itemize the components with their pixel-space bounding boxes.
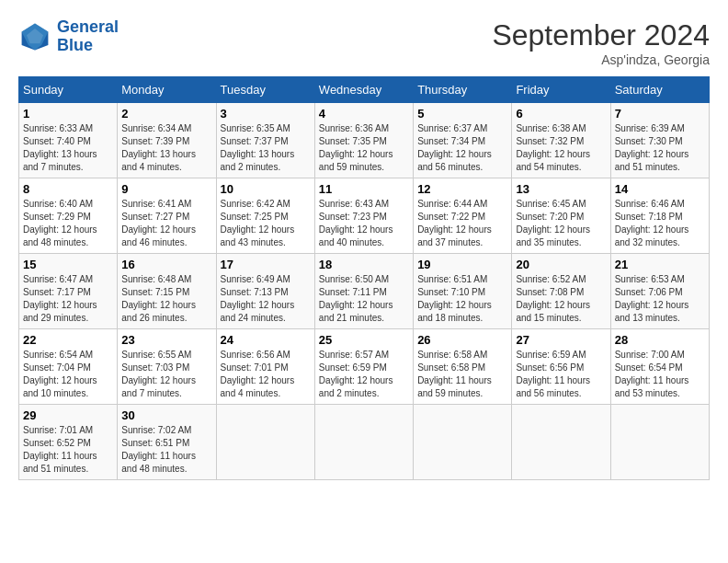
calendar-cell: 23Sunrise: 6:55 AM Sunset: 7:03 PM Dayli… — [118, 329, 216, 405]
day-info: Sunrise: 6:55 AM Sunset: 7:03 PM Dayligh… — [121, 349, 211, 400]
calendar-cell: 29Sunrise: 7:01 AM Sunset: 6:52 PM Dayli… — [19, 405, 118, 480]
month-title: September 2024 — [492, 18, 710, 52]
day-number: 23 — [121, 333, 211, 347]
day-number: 29 — [23, 408, 113, 422]
day-info: Sunrise: 6:45 AM Sunset: 7:20 PM Dayligh… — [516, 198, 606, 249]
calendar-cell: 26Sunrise: 6:58 AM Sunset: 6:58 PM Dayli… — [414, 329, 512, 405]
day-info: Sunrise: 6:36 AM Sunset: 7:35 PM Dayligh… — [319, 122, 409, 174]
header-day-saturday: Saturday — [610, 77, 709, 103]
day-number: 7 — [615, 107, 705, 121]
week-row-4: 22Sunrise: 6:54 AM Sunset: 7:04 PM Dayli… — [19, 329, 710, 405]
day-info: Sunrise: 6:47 AM Sunset: 7:17 PM Dayligh… — [23, 273, 113, 325]
calendar-cell: 9Sunrise: 6:41 AM Sunset: 7:27 PM Daylig… — [118, 178, 216, 254]
calendar-cell — [216, 405, 314, 480]
calendar-cell — [610, 405, 709, 480]
logo-icon — [18, 20, 51, 53]
calendar-cell: 12Sunrise: 6:44 AM Sunset: 7:22 PM Dayli… — [414, 178, 512, 254]
calendar-cell: 8Sunrise: 6:40 AM Sunset: 7:29 PM Daylig… — [19, 178, 118, 254]
day-number: 24 — [221, 333, 311, 347]
day-number: 25 — [319, 333, 409, 347]
calendar-cell: 17Sunrise: 6:49 AM Sunset: 7:13 PM Dayli… — [216, 254, 314, 329]
calendar-cell: 27Sunrise: 6:59 AM Sunset: 6:56 PM Dayli… — [512, 329, 610, 405]
day-info: Sunrise: 6:59 AM Sunset: 6:56 PM Dayligh… — [516, 349, 606, 400]
header-day-monday: Monday — [118, 77, 216, 103]
calendar-cell: 14Sunrise: 6:46 AM Sunset: 7:18 PM Dayli… — [610, 178, 709, 254]
day-number: 9 — [121, 182, 211, 196]
calendar-cell: 4Sunrise: 6:36 AM Sunset: 7:35 PM Daylig… — [314, 103, 413, 178]
day-info: Sunrise: 6:35 AM Sunset: 7:37 PM Dayligh… — [221, 122, 311, 174]
day-number: 19 — [417, 258, 507, 271]
day-number: 5 — [417, 107, 507, 121]
week-row-5: 29Sunrise: 7:01 AM Sunset: 6:52 PM Dayli… — [19, 405, 710, 480]
header-day-sunday: Sunday — [19, 77, 118, 103]
day-number: 14 — [615, 182, 705, 196]
logo-text: General Blue — [57, 18, 119, 55]
day-number: 8 — [23, 182, 113, 196]
calendar-body: 1Sunrise: 6:33 AM Sunset: 7:40 PM Daylig… — [19, 103, 710, 480]
day-number: 4 — [319, 107, 409, 121]
calendar-cell: 6Sunrise: 6:38 AM Sunset: 7:32 PM Daylig… — [512, 103, 610, 178]
day-number: 6 — [516, 107, 606, 121]
calendar-cell: 5Sunrise: 6:37 AM Sunset: 7:34 PM Daylig… — [414, 103, 512, 178]
day-number: 16 — [121, 258, 211, 271]
day-info: Sunrise: 6:37 AM Sunset: 7:34 PM Dayligh… — [417, 122, 507, 174]
logo-line1: General — [57, 17, 119, 36]
logo: General Blue — [18, 18, 119, 55]
calendar-cell — [314, 405, 413, 480]
day-number: 26 — [417, 333, 507, 347]
day-info: Sunrise: 6:41 AM Sunset: 7:27 PM Dayligh… — [121, 198, 211, 249]
day-number: 15 — [23, 258, 113, 271]
calendar-cell: 1Sunrise: 6:33 AM Sunset: 7:40 PM Daylig… — [19, 103, 118, 178]
day-info: Sunrise: 6:49 AM Sunset: 7:13 PM Dayligh… — [221, 273, 311, 325]
day-number: 18 — [319, 258, 409, 271]
header-day-friday: Friday — [512, 77, 610, 103]
logo-line2: Blue — [57, 36, 93, 54]
calendar-table: SundayMondayTuesdayWednesdayThursdayFrid… — [18, 76, 710, 480]
day-info: Sunrise: 6:39 AM Sunset: 7:30 PM Dayligh… — [615, 122, 705, 174]
day-info: Sunrise: 7:00 AM Sunset: 6:54 PM Dayligh… — [615, 349, 705, 400]
calendar-cell: 30Sunrise: 7:02 AM Sunset: 6:51 PM Dayli… — [118, 405, 216, 480]
calendar-cell: 15Sunrise: 6:47 AM Sunset: 7:17 PM Dayli… — [19, 254, 118, 329]
day-number: 3 — [221, 107, 311, 121]
calendar-cell: 3Sunrise: 6:35 AM Sunset: 7:37 PM Daylig… — [216, 103, 314, 178]
day-number: 30 — [121, 408, 211, 422]
day-number: 27 — [516, 333, 606, 347]
header-row: SundayMondayTuesdayWednesdayThursdayFrid… — [19, 77, 710, 103]
day-info: Sunrise: 6:52 AM Sunset: 7:08 PM Dayligh… — [516, 273, 606, 325]
day-number: 28 — [615, 333, 705, 347]
calendar-cell — [414, 405, 512, 480]
day-number: 21 — [615, 258, 705, 271]
day-info: Sunrise: 6:48 AM Sunset: 7:15 PM Dayligh… — [121, 273, 211, 325]
day-info: Sunrise: 6:50 AM Sunset: 7:11 PM Dayligh… — [319, 273, 409, 325]
header-day-thursday: Thursday — [414, 77, 512, 103]
day-info: Sunrise: 6:54 AM Sunset: 7:04 PM Dayligh… — [23, 349, 113, 400]
day-info: Sunrise: 7:02 AM Sunset: 6:51 PM Dayligh… — [121, 424, 211, 476]
calendar-cell: 24Sunrise: 6:56 AM Sunset: 7:01 PM Dayli… — [216, 329, 314, 405]
calendar-cell: 21Sunrise: 6:53 AM Sunset: 7:06 PM Dayli… — [610, 254, 709, 329]
calendar-cell: 22Sunrise: 6:54 AM Sunset: 7:04 PM Dayli… — [19, 329, 118, 405]
day-number: 10 — [221, 182, 311, 196]
day-number: 1 — [23, 107, 113, 121]
day-number: 12 — [417, 182, 507, 196]
calendar-header: SundayMondayTuesdayWednesdayThursdayFrid… — [19, 77, 710, 103]
day-info: Sunrise: 6:42 AM Sunset: 7:25 PM Dayligh… — [221, 198, 311, 249]
calendar-cell: 11Sunrise: 6:43 AM Sunset: 7:23 PM Dayli… — [314, 178, 413, 254]
day-info: Sunrise: 6:56 AM Sunset: 7:01 PM Dayligh… — [221, 349, 311, 400]
calendar-cell: 19Sunrise: 6:51 AM Sunset: 7:10 PM Dayli… — [414, 254, 512, 329]
calendar-cell: 10Sunrise: 6:42 AM Sunset: 7:25 PM Dayli… — [216, 178, 314, 254]
day-info: Sunrise: 6:34 AM Sunset: 7:39 PM Dayligh… — [121, 122, 211, 174]
calendar-cell: 20Sunrise: 6:52 AM Sunset: 7:08 PM Dayli… — [512, 254, 610, 329]
day-info: Sunrise: 6:57 AM Sunset: 6:59 PM Dayligh… — [319, 349, 409, 400]
location: Asp'indza, Georgia — [492, 52, 710, 67]
day-number: 22 — [23, 333, 113, 347]
day-number: 2 — [121, 107, 211, 121]
calendar-cell: 13Sunrise: 6:45 AM Sunset: 7:20 PM Dayli… — [512, 178, 610, 254]
header-day-wednesday: Wednesday — [314, 77, 413, 103]
day-info: Sunrise: 6:46 AM Sunset: 7:18 PM Dayligh… — [615, 198, 705, 249]
calendar-cell: 2Sunrise: 6:34 AM Sunset: 7:39 PM Daylig… — [118, 103, 216, 178]
day-info: Sunrise: 6:43 AM Sunset: 7:23 PM Dayligh… — [319, 198, 409, 249]
calendar-cell: 18Sunrise: 6:50 AM Sunset: 7:11 PM Dayli… — [314, 254, 413, 329]
day-info: Sunrise: 6:44 AM Sunset: 7:22 PM Dayligh… — [417, 198, 507, 249]
day-info: Sunrise: 6:58 AM Sunset: 6:58 PM Dayligh… — [417, 349, 507, 400]
day-info: Sunrise: 6:40 AM Sunset: 7:29 PM Dayligh… — [23, 198, 113, 249]
